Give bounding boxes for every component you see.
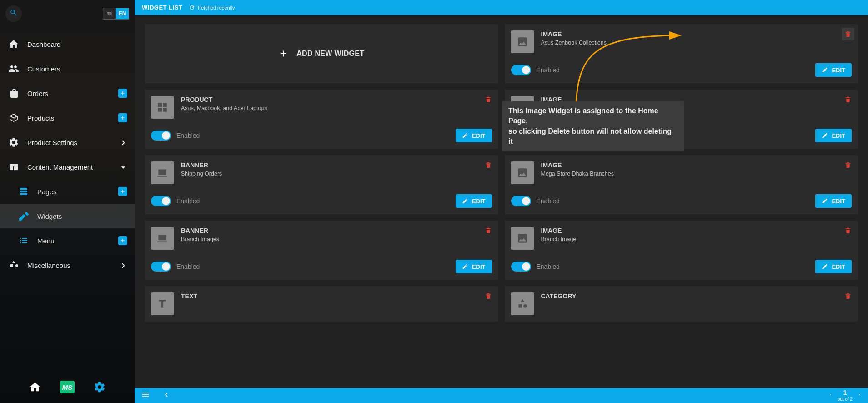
widget-subtitle: Branch Image xyxy=(541,236,577,242)
main-content: ADD NEW WIDGET IMAGE Asus Zenbook Collec… xyxy=(135,15,868,388)
edit-button[interactable]: EDIT xyxy=(456,129,492,142)
text-icon xyxy=(151,292,174,315)
page-title: WIDGET LIST xyxy=(142,4,182,11)
widget-subtitle: Branch Images xyxy=(181,236,219,242)
edit-button[interactable]: EDIT xyxy=(815,129,852,142)
sidebar-item-label: Menu xyxy=(37,237,55,245)
annotation-line2: so clicking Delete button will not allow… xyxy=(508,126,677,147)
banner-icon xyxy=(151,161,174,184)
enabled-toggle[interactable] xyxy=(151,196,171,206)
ms-logo[interactable]: MS xyxy=(60,381,75,393)
delete-button[interactable] xyxy=(482,290,495,302)
sidebar-item-products[interactable]: Products xyxy=(0,106,135,130)
pencil-icon xyxy=(822,132,828,139)
delete-button[interactable] xyxy=(482,224,495,237)
refresh-icon xyxy=(189,5,195,11)
add-product-button[interactable] xyxy=(118,113,127,122)
page-outof: out of 2 xyxy=(838,397,853,402)
annotation-tooltip: This Image Widget is assigned to the Hom… xyxy=(502,101,684,151)
widget-card: BANNER Branch Images Enabled EDIT xyxy=(145,221,498,280)
bottombar: 1 out of 2 xyxy=(135,388,868,403)
home-button[interactable] xyxy=(27,379,43,395)
pencil-icon xyxy=(822,198,828,204)
sidebar-item-label: Widgets xyxy=(37,212,62,220)
delete-button[interactable] xyxy=(842,28,854,40)
add-page-button[interactable] xyxy=(118,187,127,196)
chevron-right-icon xyxy=(118,261,127,270)
bag-icon xyxy=(8,88,19,99)
topbar: WIDGET LIST Fetched recently xyxy=(135,0,868,15)
delete-button[interactable] xyxy=(482,93,495,106)
enabled-toggle[interactable] xyxy=(511,196,531,206)
sidebar-item-widgets[interactable]: Widgets xyxy=(0,204,135,228)
enabled-label: Enabled xyxy=(537,66,560,74)
lang-bn[interactable]: বাং xyxy=(103,8,116,19)
widget-kind: PRODUCT xyxy=(181,96,267,103)
delete-button[interactable] xyxy=(842,224,854,237)
widget-card: BANNER Shipping Orders Enabled EDIT xyxy=(145,155,498,214)
sidebar-item-pages[interactable]: Pages xyxy=(0,179,135,204)
annotation-line1: This Image Widget is assigned to the Hom… xyxy=(508,106,677,126)
sidebar-item-menu[interactable]: Menu xyxy=(0,228,135,253)
menu-icon xyxy=(141,390,150,399)
trash-icon xyxy=(844,161,852,169)
trash-icon xyxy=(485,161,492,169)
enabled-toggle[interactable] xyxy=(511,65,531,75)
page-prev[interactable] xyxy=(828,392,833,398)
pencil-icon xyxy=(822,263,828,270)
widget-subtitle: Asus Zenbook Collections xyxy=(541,40,607,46)
sidebar-item-orders[interactable]: Orders xyxy=(0,81,135,106)
sidebar: বাং EN Dashboard Customers Orders Produc… xyxy=(0,0,135,403)
settings-button[interactable] xyxy=(92,379,107,395)
sidebar-item-label: Products xyxy=(27,114,54,122)
delete-button[interactable] xyxy=(482,159,495,171)
sidebar-item-label: Dashboard xyxy=(27,40,60,48)
widget-subtitle: Asus, Macbook, and Acer Laptops xyxy=(181,105,267,111)
add-menu-button[interactable] xyxy=(118,236,127,245)
edit-button[interactable]: EDIT xyxy=(456,194,492,208)
sidebar-item-dashboard[interactable]: Dashboard xyxy=(0,32,135,56)
delete-button[interactable] xyxy=(842,93,854,106)
home-icon xyxy=(8,39,19,50)
add-order-button[interactable] xyxy=(118,89,127,98)
widget-kind: CATEGORY xyxy=(541,292,577,300)
back-button[interactable] xyxy=(162,390,171,401)
enabled-label: Enabled xyxy=(537,263,560,270)
plus-icon xyxy=(278,49,288,59)
language-switch[interactable]: বাং EN xyxy=(103,8,129,20)
sidebar-item-content-management[interactable]: Content Management xyxy=(0,155,135,179)
enabled-toggle[interactable] xyxy=(511,262,531,272)
delete-button[interactable] xyxy=(842,290,854,302)
trash-icon xyxy=(844,96,852,104)
enabled-toggle[interactable] xyxy=(151,131,171,141)
page-number: 1 xyxy=(843,389,847,396)
widget-card: TEXT xyxy=(145,286,498,322)
edit-button[interactable]: EDIT xyxy=(815,260,852,273)
delete-button[interactable] xyxy=(842,159,854,171)
sidebar-item-miscellaneous[interactable]: Miscellaneous xyxy=(0,253,135,277)
category-icon xyxy=(511,292,534,315)
edit-button[interactable]: EDIT xyxy=(815,194,852,208)
edit-button[interactable]: EDIT xyxy=(815,63,852,77)
enabled-label: Enabled xyxy=(537,197,560,205)
add-widget-label: ADD NEW WIDGET xyxy=(296,50,364,58)
edit-button[interactable]: EDIT xyxy=(456,260,492,273)
menu-button[interactable] xyxy=(141,390,150,401)
add-widget-card[interactable]: ADD NEW WIDGET xyxy=(145,24,498,83)
lang-en[interactable]: EN xyxy=(116,8,129,19)
search-button[interactable] xyxy=(5,5,22,22)
trash-icon xyxy=(844,30,852,38)
sidebar-item-product-settings[interactable]: Product Settings xyxy=(0,130,135,155)
enabled-label: Enabled xyxy=(176,263,200,270)
widget-kind: BANNER xyxy=(181,161,222,169)
refresh-button[interactable]: Fetched recently xyxy=(189,5,235,11)
enabled-toggle[interactable] xyxy=(151,262,171,272)
sidebar-item-label: Orders xyxy=(27,90,48,97)
image-icon xyxy=(511,227,534,250)
widget-kind: TEXT xyxy=(181,292,197,300)
widget-subtitle: Shipping Orders xyxy=(181,171,222,177)
page-next[interactable] xyxy=(857,392,862,398)
content-icon xyxy=(8,161,19,172)
sidebar-item-customers[interactable]: Customers xyxy=(0,56,135,81)
list-icon xyxy=(18,235,29,246)
